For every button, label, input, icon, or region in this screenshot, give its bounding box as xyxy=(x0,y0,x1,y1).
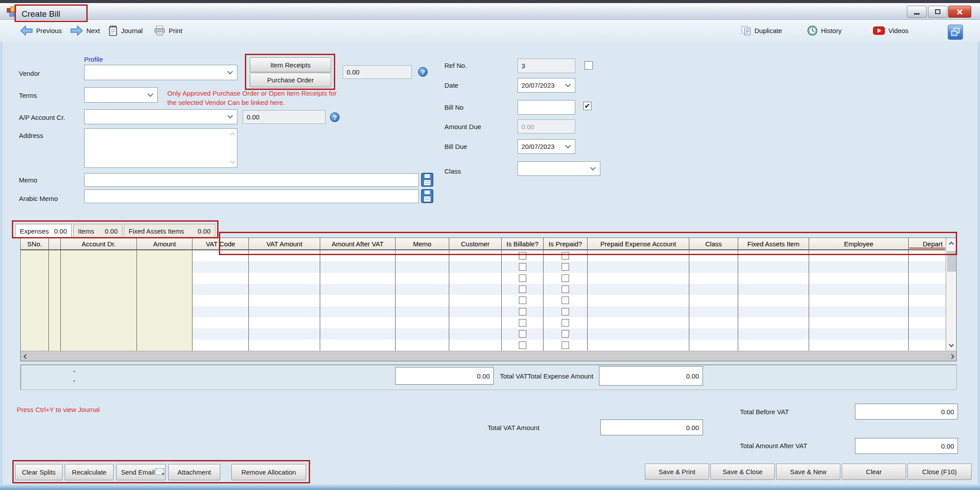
grid-cell[interactable] xyxy=(502,317,544,328)
grid-cell[interactable] xyxy=(449,306,502,317)
grid-cell[interactable] xyxy=(738,273,809,284)
grid-cell[interactable] xyxy=(502,261,544,272)
grid-cell[interactable] xyxy=(502,306,544,317)
grid-row[interactable] xyxy=(21,273,946,284)
is-billable-checkbox[interactable] xyxy=(519,342,526,349)
grid-cell[interactable] xyxy=(137,340,192,351)
recalculate-button[interactable]: Recalculate xyxy=(65,464,114,480)
save-new-button[interactable]: Save & New xyxy=(776,464,840,480)
is-prepaid-checkbox[interactable] xyxy=(562,297,569,304)
column-header-is-prepaid[interactable]: Is Prepaid? xyxy=(544,238,588,250)
grid-cell[interactable] xyxy=(689,317,738,328)
grid-cell[interactable] xyxy=(320,306,396,317)
scroll-left-button[interactable] xyxy=(21,351,31,361)
grid-cell[interactable] xyxy=(61,328,137,339)
grid-cell[interactable] xyxy=(192,250,249,261)
grid-cell[interactable] xyxy=(809,284,909,295)
grid-cell[interactable] xyxy=(61,306,137,317)
grid-cell[interactable] xyxy=(249,261,320,272)
scroll-up-button[interactable] xyxy=(946,239,957,249)
grid-cell[interactable] xyxy=(396,340,449,351)
column-header-row-indicator[interactable] xyxy=(49,238,61,250)
grid-cell[interactable] xyxy=(249,250,320,261)
grid-cell[interactable] xyxy=(249,306,320,317)
total-vat-amount-field[interactable]: 0.00 xyxy=(600,419,703,435)
column-header-vat-amount[interactable]: VAT Amount xyxy=(249,238,320,250)
grid-cell[interactable] xyxy=(21,328,49,339)
grid-cell[interactable] xyxy=(809,306,909,317)
grid-cell[interactable] xyxy=(396,295,449,306)
grid-cell[interactable] xyxy=(21,340,49,351)
grid-cell[interactable] xyxy=(61,340,137,351)
grid-cell[interactable] xyxy=(396,273,449,284)
grid-cell[interactable] xyxy=(588,284,689,295)
memo-input[interactable] xyxy=(84,173,419,187)
is-prepaid-checkbox[interactable] xyxy=(562,342,569,349)
tab-fixed-assets-items[interactable]: Fixed Assets Items0.00 xyxy=(124,224,215,238)
column-header-class[interactable]: Class xyxy=(689,238,738,250)
grid-cell[interactable] xyxy=(449,284,502,295)
is-billable-checkbox[interactable] xyxy=(519,319,526,327)
grid-cell[interactable] xyxy=(544,284,588,295)
grid-cell[interactable] xyxy=(909,250,945,261)
grid-cell[interactable] xyxy=(49,273,61,284)
column-header-prepaid-expense-account[interactable]: Prepaid Expense Account xyxy=(588,238,689,250)
grid-cell[interactable] xyxy=(502,250,544,261)
grid-cell[interactable] xyxy=(809,328,909,339)
grid-cell[interactable] xyxy=(61,250,137,261)
ap-amount-field[interactable]: 0.00 xyxy=(243,110,325,124)
grid-cell[interactable] xyxy=(137,273,192,284)
column-header-fixed-assets-item[interactable]: Fixed Assets Item xyxy=(738,238,809,250)
clear-button[interactable]: Clear xyxy=(842,464,906,480)
grid-cell[interactable] xyxy=(809,261,909,272)
grid-cell[interactable] xyxy=(544,250,588,261)
grid-cell[interactable] xyxy=(909,340,945,351)
grid-cell[interactable] xyxy=(544,317,588,328)
grid-cell[interactable] xyxy=(689,328,738,339)
scroll-down-button[interactable] xyxy=(946,339,957,349)
grid-cell[interactable] xyxy=(588,317,689,328)
grid-cell[interactable] xyxy=(61,261,137,272)
date-picker[interactable]: 20/07/2023 xyxy=(518,78,575,93)
total-before-vat-field[interactable]: 0.00 xyxy=(855,404,958,419)
is-prepaid-checkbox[interactable] xyxy=(562,252,569,260)
grid-cell[interactable] xyxy=(738,250,809,261)
grid-cell[interactable] xyxy=(588,261,689,272)
grid-cell[interactable] xyxy=(502,340,544,351)
grid-cell[interactable] xyxy=(502,273,544,284)
grid-cell[interactable] xyxy=(137,284,192,295)
grid-cell[interactable] xyxy=(449,328,502,339)
v-scrollbar[interactable] xyxy=(946,238,957,351)
ap-account-combobox[interactable] xyxy=(84,109,237,124)
grid-cell[interactable] xyxy=(544,328,588,339)
grid-row[interactable] xyxy=(21,250,946,261)
class-combobox[interactable] xyxy=(518,161,600,176)
column-header-vat-code[interactable]: VAT Code xyxy=(192,238,249,250)
total-amount-after-vat-field[interactable]: 0.00 xyxy=(855,438,958,454)
grid-cell[interactable] xyxy=(192,328,249,339)
bill-due-picker[interactable]: 20/07/2023 xyxy=(518,139,575,154)
column-header-customer[interactable]: Customer xyxy=(449,238,502,250)
is-prepaid-checkbox[interactable] xyxy=(562,263,569,271)
is-prepaid-checkbox[interactable] xyxy=(562,330,569,338)
grid-cell[interactable] xyxy=(49,317,61,328)
is-billable-checkbox[interactable] xyxy=(519,297,526,304)
maximize-button[interactable] xyxy=(928,6,947,18)
ref-no-field[interactable]: 3 xyxy=(518,59,575,73)
grid-cell[interactable] xyxy=(137,306,192,317)
grid-cell[interactable] xyxy=(396,306,449,317)
grid-cell[interactable] xyxy=(449,261,502,272)
column-header-depart[interactable]: Depart xyxy=(909,238,945,250)
grid-cell[interactable] xyxy=(61,295,137,306)
grid-cell[interactable] xyxy=(809,250,909,261)
grid-cell[interactable] xyxy=(809,340,909,351)
column-header-memo[interactable]: Memo xyxy=(396,238,449,250)
v-scroll-thumb[interactable] xyxy=(947,251,956,271)
column-header-employee[interactable]: Employee xyxy=(809,238,909,250)
grid-cell[interactable] xyxy=(137,295,192,306)
grid-cell[interactable] xyxy=(738,261,809,272)
grid-cell[interactable] xyxy=(320,273,396,284)
amount-due-field[interactable]: 0.00 xyxy=(518,119,575,134)
ref-no-checkbox[interactable] xyxy=(584,61,593,70)
column-header-account-dr[interactable]: Account Dr. xyxy=(61,238,137,250)
